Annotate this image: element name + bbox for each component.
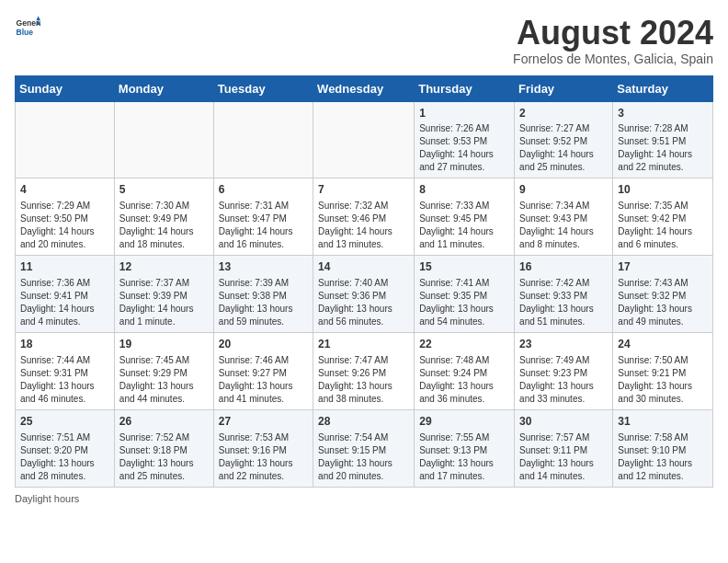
day-number: 29	[419, 414, 509, 430]
day-number: 26	[119, 414, 209, 430]
calendar-cell: 24Sunrise: 7:50 AM Sunset: 9:21 PM Dayli…	[613, 332, 713, 409]
calendar-cell	[213, 101, 313, 178]
calendar-week-2: 4Sunrise: 7:29 AM Sunset: 9:50 PM Daylig…	[16, 178, 713, 256]
day-header-wednesday: Wednesday	[313, 75, 415, 101]
day-number: 12	[119, 259, 209, 275]
calendar-cell: 30Sunrise: 7:57 AM Sunset: 9:11 PM Dayli…	[515, 409, 613, 487]
calendar-cell: 23Sunrise: 7:49 AM Sunset: 9:23 PM Dayli…	[515, 332, 613, 409]
day-info: Sunrise: 7:31 AM Sunset: 9:47 PM Dayligh…	[219, 200, 308, 251]
calendar-header-row: SundayMondayTuesdayWednesdayThursdayFrid…	[16, 75, 713, 101]
day-info: Sunrise: 7:40 AM Sunset: 9:36 PM Dayligh…	[318, 277, 409, 328]
day-header-saturday: Saturday	[613, 75, 713, 101]
calendar-cell: 4Sunrise: 7:29 AM Sunset: 9:50 PM Daylig…	[16, 178, 115, 256]
calendar-cell: 26Sunrise: 7:52 AM Sunset: 9:18 PM Dayli…	[114, 409, 213, 487]
day-info: Sunrise: 7:41 AM Sunset: 9:35 PM Dayligh…	[419, 277, 509, 328]
calendar-cell: 10Sunrise: 7:35 AM Sunset: 9:42 PM Dayli…	[613, 178, 713, 256]
logo: General Blue	[15, 15, 40, 40]
day-info: Sunrise: 7:30 AM Sunset: 9:49 PM Dayligh…	[119, 200, 209, 251]
day-number: 23	[519, 337, 608, 352]
calendar-cell: 6Sunrise: 7:31 AM Sunset: 9:47 PM Daylig…	[213, 178, 313, 256]
day-number: 9	[519, 182, 608, 198]
calendar-cell: 17Sunrise: 7:43 AM Sunset: 9:32 PM Dayli…	[613, 256, 713, 333]
day-number: 19	[119, 337, 209, 352]
day-number: 2	[519, 106, 608, 121]
day-number: 22	[419, 337, 509, 352]
calendar-cell: 22Sunrise: 7:48 AM Sunset: 9:24 PM Dayli…	[415, 332, 515, 409]
calendar-week-4: 18Sunrise: 7:44 AM Sunset: 9:31 PM Dayli…	[16, 332, 713, 409]
day-number: 4	[20, 182, 109, 198]
day-info: Sunrise: 7:45 AM Sunset: 9:29 PM Dayligh…	[119, 354, 209, 406]
calendar-table: SundayMondayTuesdayWednesdayThursdayFrid…	[15, 75, 713, 488]
calendar-cell: 15Sunrise: 7:41 AM Sunset: 9:35 PM Dayli…	[415, 256, 515, 333]
calendar-cell: 11Sunrise: 7:36 AM Sunset: 9:41 PM Dayli…	[16, 256, 115, 333]
calendar-cell: 3Sunrise: 7:28 AM Sunset: 9:51 PM Daylig…	[613, 101, 713, 178]
day-info: Sunrise: 7:28 AM Sunset: 9:51 PM Dayligh…	[618, 122, 708, 174]
day-header-thursday: Thursday	[415, 75, 515, 101]
calendar-cell: 13Sunrise: 7:39 AM Sunset: 9:38 PM Dayli…	[213, 256, 313, 333]
day-info: Sunrise: 7:52 AM Sunset: 9:18 PM Dayligh…	[119, 431, 209, 483]
calendar-cell	[16, 101, 115, 178]
calendar-cell	[114, 101, 213, 178]
day-info: Sunrise: 7:43 AM Sunset: 9:32 PM Dayligh…	[618, 277, 708, 328]
day-info: Sunrise: 7:27 AM Sunset: 9:52 PM Dayligh…	[519, 122, 608, 174]
daylight-label: Daylight hours	[15, 493, 79, 504]
day-number: 18	[20, 337, 109, 352]
day-header-monday: Monday	[114, 75, 213, 101]
day-number: 5	[119, 182, 209, 198]
location: Fornelos de Montes, Galicia, Spain	[513, 52, 713, 66]
day-number: 13	[219, 259, 308, 275]
calendar-cell: 8Sunrise: 7:33 AM Sunset: 9:45 PM Daylig…	[415, 178, 515, 256]
calendar-cell: 18Sunrise: 7:44 AM Sunset: 9:31 PM Dayli…	[16, 332, 115, 409]
day-number: 10	[618, 182, 708, 198]
calendar-cell: 19Sunrise: 7:45 AM Sunset: 9:29 PM Dayli…	[114, 332, 213, 409]
day-number: 16	[519, 259, 608, 275]
day-header-friday: Friday	[515, 75, 613, 101]
calendar-cell: 27Sunrise: 7:53 AM Sunset: 9:16 PM Dayli…	[213, 409, 313, 487]
day-number: 3	[618, 106, 708, 121]
day-info: Sunrise: 7:51 AM Sunset: 9:20 PM Dayligh…	[20, 431, 109, 483]
calendar-cell: 20Sunrise: 7:46 AM Sunset: 9:27 PM Dayli…	[213, 332, 313, 409]
day-info: Sunrise: 7:36 AM Sunset: 9:41 PM Dayligh…	[20, 277, 109, 328]
calendar-cell: 1Sunrise: 7:26 AM Sunset: 9:53 PM Daylig…	[415, 101, 515, 178]
day-info: Sunrise: 7:39 AM Sunset: 9:38 PM Dayligh…	[219, 277, 308, 328]
day-number: 8	[419, 182, 509, 198]
calendar-cell: 12Sunrise: 7:37 AM Sunset: 9:39 PM Dayli…	[114, 256, 213, 333]
calendar-cell: 7Sunrise: 7:32 AM Sunset: 9:46 PM Daylig…	[313, 178, 415, 256]
page-header: General Blue August 2024 Fornelos de Mon…	[15, 15, 713, 66]
day-info: Sunrise: 7:53 AM Sunset: 9:16 PM Dayligh…	[219, 431, 308, 483]
calendar-cell: 9Sunrise: 7:34 AM Sunset: 9:43 PM Daylig…	[515, 178, 613, 256]
day-info: Sunrise: 7:46 AM Sunset: 9:27 PM Dayligh…	[219, 354, 308, 406]
calendar-week-1: 1Sunrise: 7:26 AM Sunset: 9:53 PM Daylig…	[16, 101, 713, 178]
calendar-cell: 21Sunrise: 7:47 AM Sunset: 9:26 PM Dayli…	[313, 332, 415, 409]
day-info: Sunrise: 7:54 AM Sunset: 9:15 PM Dayligh…	[318, 431, 409, 483]
calendar-cell: 2Sunrise: 7:27 AM Sunset: 9:52 PM Daylig…	[515, 101, 613, 178]
calendar-cell	[313, 101, 415, 178]
day-info: Sunrise: 7:37 AM Sunset: 9:39 PM Dayligh…	[119, 277, 209, 328]
day-number: 27	[219, 414, 308, 430]
day-number: 21	[318, 337, 409, 352]
day-info: Sunrise: 7:58 AM Sunset: 9:10 PM Dayligh…	[618, 431, 708, 483]
day-info: Sunrise: 7:44 AM Sunset: 9:31 PM Dayligh…	[20, 354, 109, 406]
month-title: August 2024	[513, 15, 713, 52]
calendar-cell: 16Sunrise: 7:42 AM Sunset: 9:33 PM Dayli…	[515, 256, 613, 333]
day-info: Sunrise: 7:49 AM Sunset: 9:23 PM Dayligh…	[519, 354, 608, 406]
day-info: Sunrise: 7:48 AM Sunset: 9:24 PM Dayligh…	[419, 354, 509, 406]
day-number: 24	[618, 337, 708, 352]
day-number: 31	[618, 414, 708, 430]
day-info: Sunrise: 7:33 AM Sunset: 9:45 PM Dayligh…	[419, 200, 509, 251]
calendar-cell: 5Sunrise: 7:30 AM Sunset: 9:49 PM Daylig…	[114, 178, 213, 256]
day-number: 11	[20, 259, 109, 275]
day-header-tuesday: Tuesday	[213, 75, 313, 101]
day-number: 17	[618, 259, 708, 275]
day-info: Sunrise: 7:50 AM Sunset: 9:21 PM Dayligh…	[618, 354, 708, 406]
day-number: 6	[219, 182, 308, 198]
calendar-cell: 29Sunrise: 7:55 AM Sunset: 9:13 PM Dayli…	[415, 409, 515, 487]
svg-text:Blue: Blue	[17, 28, 34, 37]
day-info: Sunrise: 7:42 AM Sunset: 9:33 PM Dayligh…	[519, 277, 608, 328]
calendar-cell: 14Sunrise: 7:40 AM Sunset: 9:36 PM Dayli…	[313, 256, 415, 333]
calendar-cell: 31Sunrise: 7:58 AM Sunset: 9:10 PM Dayli…	[613, 409, 713, 487]
day-info: Sunrise: 7:34 AM Sunset: 9:43 PM Dayligh…	[519, 200, 608, 251]
day-number: 15	[419, 259, 509, 275]
day-number: 25	[20, 414, 109, 430]
calendar-cell: 25Sunrise: 7:51 AM Sunset: 9:20 PM Dayli…	[16, 409, 115, 487]
